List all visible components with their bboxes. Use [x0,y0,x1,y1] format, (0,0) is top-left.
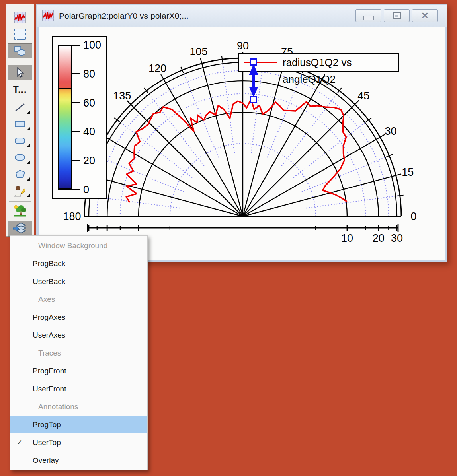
menu-item-useraxes[interactable]: UserAxes [10,326,147,344]
color-scale-tick [72,73,80,74]
polygon-tool-button[interactable] [8,167,32,182]
menu-item-usertop[interactable]: ✓UserTop [10,433,147,451]
menu-item-window-background: Window Background [10,237,147,255]
layers-icon [13,222,27,235]
drag-handle-top[interactable] [251,59,257,65]
menu-item-progaxes[interactable]: ProgAxes [10,308,147,326]
menu-item-overlay[interactable]: Overlay [10,451,147,469]
restore-button[interactable] [384,9,410,22]
marquee-icon [14,29,26,40]
shapes-button[interactable] [8,43,32,58]
color-scale-tick [72,45,80,46]
drag-handle-bottom[interactable] [251,97,257,103]
menu-item-userback[interactable]: UserBack [10,272,147,290]
tree-icon [13,204,27,217]
color-scale-tick-label: 80 [83,68,95,80]
ellipse-icon [14,152,26,163]
freehand-tool-button[interactable] [8,183,32,198]
graph-mode-button[interactable] [8,10,32,25]
minimize-icon [363,16,374,20]
line-tool-button[interactable] [8,100,32,115]
toolbar-separator [9,62,31,62]
color-scale-tick-label: 60 [83,97,95,109]
color-scale-bar [58,45,72,190]
menu-item-annotations: Annotations [10,398,147,416]
color-scale-tick-label: 0 [83,184,89,196]
line-icon [14,102,26,113]
graph-mode-icon [14,12,26,23]
color-scale-tick [72,189,80,190]
arrow-cursor-icon [14,66,26,78]
offset-arrow-annotation[interactable] [239,56,271,107]
close-icon: ✕ [421,10,429,21]
restore-icon [393,12,401,19]
menu-item-userfront[interactable]: UserFront [10,380,147,398]
color-scale-tick-label: 20 [83,155,95,167]
rounded-rectangle-tool-button[interactable] [8,133,32,148]
color-scale-tick [72,160,80,161]
polygon-icon [14,169,26,180]
check-icon: ✓ [16,433,23,451]
window-title: PolarGraph2:polarY0 vs polarX0;... [59,5,189,27]
menu-item-axes: Axes [10,290,147,308]
color-scale-divider-line [58,88,72,89]
minimize-button[interactable] [355,9,381,22]
menu-item-traces: Traces [10,344,147,362]
person-pencil-icon [13,185,27,197]
rectangle-tool-button[interactable] [8,117,32,132]
rectangle-icon [14,119,26,130]
title-bar[interactable]: PolarGraph2:polarY0 vs polarX0;... ✕ [37,5,447,27]
shapes-icon [14,45,26,56]
color-scale-legend[interactable]: 100806040200 [52,36,107,199]
trace-legend-label: radiusQ1Q2 vs angleQ1Q2 [283,54,398,71]
drawing-toolbar: T... [6,4,34,237]
menu-item-progback[interactable]: ProgBack [10,255,147,272]
layers-button[interactable] [8,221,32,237]
layer-menu: Window Background ProgBack UserBack Axes… [10,235,148,470]
menu-item-progtop[interactable]: ProgTop [10,416,147,433]
picture-tool-button[interactable] [8,203,32,218]
toolbar-separator [9,201,31,202]
desktop: PolarGraph2:polarY0 vs polarX0;... ✕ 015… [0,0,457,476]
close-button[interactable]: ✕ [412,9,438,22]
graph-window-icon [42,10,54,23]
menu-item-progfront[interactable]: ProgFront [10,362,147,380]
text-tool-button[interactable]: T... [8,82,32,97]
marquee-button[interactable] [8,27,32,42]
ellipse-tool-button[interactable] [8,150,32,165]
text-tool-icon: T... [13,85,27,95]
color-scale-tick-label: 40 [83,126,95,138]
color-scale-tick-label: 100 [83,39,101,51]
color-scale-tick [72,102,80,103]
rounded-rectangle-icon [14,135,26,146]
color-scale-tick [72,131,80,132]
arrow-pointer-button[interactable] [8,65,32,80]
